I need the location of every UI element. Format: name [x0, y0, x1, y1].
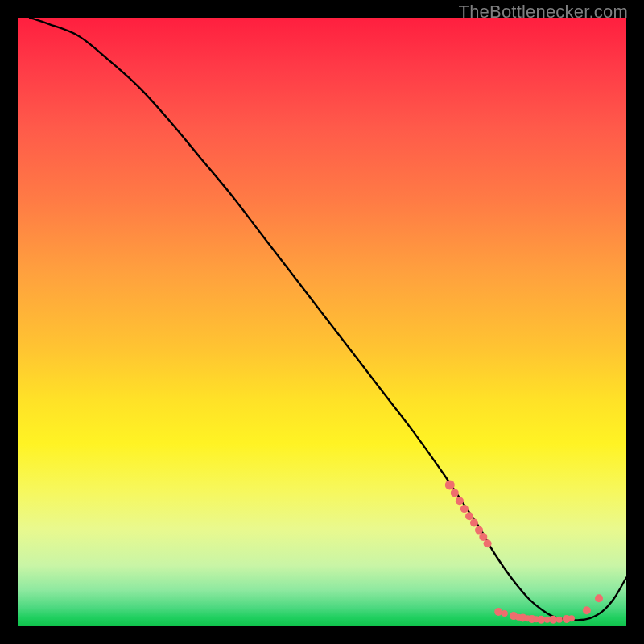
curve-marker	[479, 533, 487, 541]
curve-marker	[465, 512, 473, 520]
curve-marker	[484, 539, 492, 547]
curve-marker	[475, 526, 483, 535]
curve-marker	[460, 505, 469, 513]
bottleneck-curve	[30, 18, 626, 621]
curve-marker	[583, 606, 591, 614]
curve-marker	[470, 519, 478, 527]
curve-marker	[556, 617, 563, 623]
curve-marker	[502, 610, 508, 617]
curve-markers	[445, 481, 603, 624]
chart-stage: TheBottlenecker.com	[0, 0, 644, 644]
curve-marker	[456, 497, 464, 505]
plot-area	[18, 18, 626, 626]
curve-marker	[595, 594, 603, 602]
curve-marker	[445, 481, 455, 490]
curve-marker	[451, 489, 459, 497]
curve-svg	[18, 18, 626, 626]
curve-marker	[494, 608, 502, 616]
curve-marker	[568, 615, 575, 621]
